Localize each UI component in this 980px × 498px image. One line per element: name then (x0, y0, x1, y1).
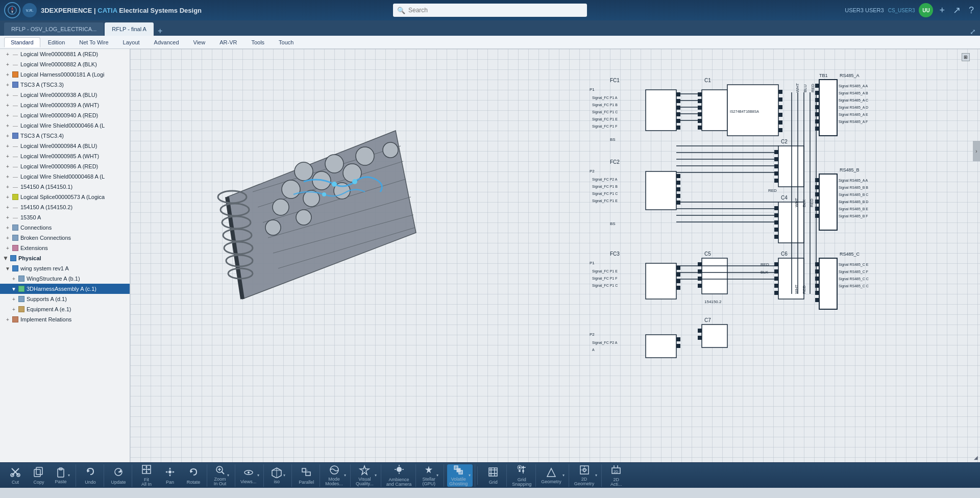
tree-item-physical[interactable]: ▼ Physical (0, 253, 130, 263)
geometry-button[interactable]: Geometry ▾ (539, 464, 567, 487)
svg-rect-153 (774, 269, 778, 273)
corner-indicator[interactable]: ◢ (974, 455, 978, 460)
svg-text:BS: BS (610, 137, 616, 142)
canvas[interactable]: FC1 P1 Signal_FC P1 A Signal_FC P1 B Sig… (130, 49, 980, 462)
parallel-button[interactable]: Parallel (295, 464, 317, 487)
svg-line-225 (222, 471, 224, 474)
update-button[interactable]: Update (107, 464, 130, 487)
views-button[interactable]: Views... ▾ (238, 464, 261, 487)
svg-rect-182 (698, 336, 702, 340)
svg-text:Signal_FC P1 E: Signal_FC P1 E (592, 269, 618, 273)
svg-text:FC3: FC3 (610, 251, 620, 257)
tree-item-broken-connections[interactable]: + Broken Connections (0, 233, 130, 243)
svg-rect-103 (676, 181, 680, 185)
new-tab-button[interactable]: + (155, 27, 165, 36)
svg-text:Signal_FC P1 A: Signal_FC P1 A (592, 96, 618, 100)
tree-item-harness181[interactable]: + Logical Harness00000181 A (Logi (0, 69, 130, 80)
visual-quality-button[interactable]: VisualQuality... ▾ (354, 464, 379, 487)
tree-item-wire984[interactable]: + — Logical Wire00000984 A (BLU) (0, 141, 130, 151)
ambience-button[interactable]: Ambienceand Camera (384, 464, 414, 487)
share-button[interactable]: ↗ (951, 4, 963, 17)
menu-tab-standard[interactable]: Standard (4, 37, 40, 47)
tree-item-15350[interactable]: + — 15350 A (0, 212, 130, 222)
tree-item-wire986[interactable]: + — Logical Wire00000986 A (RED) (0, 161, 130, 171)
svg-marker-1 (11, 7, 13, 10)
svg-rect-61 (778, 120, 782, 124)
fit-all-in-button[interactable]: FitAll In (135, 464, 158, 487)
tree-item-splice573[interactable]: + Logical Splice00000573 A (Logica (0, 192, 130, 202)
menu-tab-tools[interactable]: Tools (244, 37, 271, 47)
volatile-ghosting-label: VolatileGhosting (449, 477, 468, 486)
tree-item-wire938[interactable]: + — Logical Wire00000938 A (BLU) (0, 90, 130, 100)
tab-1[interactable]: RFLP - final A (105, 22, 154, 36)
svg-rect-102 (676, 174, 680, 178)
stellar-button[interactable]: Stellar(GPU) ▾ (419, 464, 442, 487)
undo-button[interactable]: Undo (79, 464, 102, 487)
tree-item-wire881[interactable]: + — Logical Wire00000881 A (RED) (0, 49, 130, 59)
svg-rect-75 (815, 91, 819, 95)
add-button[interactable]: + (937, 4, 947, 17)
tree-item-tsc33[interactable]: + TSC3 A (TSC3.3) (0, 80, 130, 90)
menu-tab-nettowire[interactable]: Net To Wire (72, 37, 115, 47)
tree-item-wire940[interactable]: + — Logical Wire00000940 A (RED) (0, 110, 130, 120)
tree-item-3dharness[interactable]: ▼ 3DHarnessAssembly A (c.1) (0, 284, 130, 294)
expand-button[interactable]: ⤢ (970, 28, 980, 36)
mode-button[interactable]: ModeModes... ▾ (323, 464, 348, 487)
volatile-ghosting-button[interactable]: VolatileGhosting ▾ (447, 464, 473, 487)
rotate-button[interactable]: Rotate (182, 464, 205, 487)
menu-tab-arvr[interactable]: AR-VR (213, 37, 243, 47)
avatar[interactable]: UU (919, 3, 933, 17)
tree-item-equipment[interactable]: + Equipment A (e.1) (0, 304, 130, 314)
copy-button[interactable]: Copy (28, 464, 50, 487)
cut-button[interactable]: Cut (4, 464, 27, 487)
paste-icon (55, 467, 66, 480)
tree-item-tsc34[interactable]: + TSC3 A (TSC3.4) (0, 131, 130, 141)
svg-rect-164 (815, 298, 819, 302)
tree-item-wingstructure[interactable]: + WingStructure A (b.1) (0, 273, 130, 284)
zoom-button[interactable]: ZoomIn Out ▾ (210, 464, 233, 487)
compass-icon[interactable] (4, 2, 20, 18)
grid-snapping-button[interactable]: GridSnapping (510, 464, 533, 487)
menu-tab-touch[interactable]: Touch (272, 37, 300, 47)
svg-rect-246 (457, 468, 460, 472)
zoom-label: ZoomIn Out (214, 477, 227, 486)
toolbar-group-iso: iso ▾ (265, 464, 292, 487)
tree-item-wire939[interactable]: + — Logical Wire00000939 A (WHT) (0, 100, 130, 110)
geometry-label: Geometry (541, 480, 561, 484)
tree-item-shield466[interactable]: + — Logical Wire Shield00000466 A (L (0, 120, 130, 131)
tree-item-extensions[interactable]: + Extensions (0, 243, 130, 253)
help-button[interactable]: ? (967, 4, 976, 17)
toolbar-group-mode: ModeModes... ▾ (321, 464, 351, 487)
svg-point-229 (248, 471, 250, 474)
right-collapse-button[interactable]: › (973, 141, 980, 161)
toolbar-group-ambience: Ambienceand Camera (382, 464, 416, 487)
svg-rect-155 (774, 284, 778, 288)
tree-item-implement-relations[interactable]: + Implement Relations (0, 314, 130, 325)
tree-item-wire985[interactable]: + — Logical Wire00000985 A (WHT) (0, 151, 130, 161)
menu-tab-view[interactable]: View (187, 37, 212, 47)
grid-button[interactable]: Grid (482, 464, 504, 487)
2d-acti-button[interactable]: 2D 2DActi... (605, 464, 627, 487)
pan-button[interactable]: Pan (159, 464, 181, 487)
tree-item-supports[interactable]: + Supports A (d.1) (0, 294, 130, 304)
tree-item-154150-1[interactable]: + — 154150 A (154150.1) (0, 182, 130, 192)
menu-tab-advanced[interactable]: Advanced (148, 37, 186, 47)
tree-item-shield468[interactable]: + — Logical Wire Shield00000468 A (L (0, 171, 130, 182)
svg-text:RED: RED (768, 188, 777, 193)
iso-button[interactable]: iso ▾ (267, 464, 289, 487)
tree-item-154150-2[interactable]: + — 154150 A (154150.2) (0, 202, 130, 212)
svg-text:Signal RS485_C  C: Signal RS485_C C (839, 284, 869, 288)
tab-0[interactable]: RFLP - OSV_LOG_ELECTRICA... (4, 22, 104, 36)
toolbar-separator-1 (477, 466, 478, 485)
search-input[interactable] (408, 7, 583, 14)
paste-button[interactable]: Paste ▾ (51, 464, 74, 487)
2d-geometry-button[interactable]: 2DGeometry ▾ (572, 464, 600, 487)
panel-toggle[interactable]: ⊞ (962, 53, 970, 61)
tree-item-wire882[interactable]: + — Logical Wire00000882 A (BLK) (0, 59, 130, 69)
tree-item-connections[interactable]: + Connections (0, 222, 130, 233)
tree-item-wing-system[interactable]: ▼ wing system rev1 A (0, 263, 130, 273)
svg-point-11 (325, 155, 344, 173)
menu-tab-layout[interactable]: Layout (116, 37, 146, 47)
menu-tab-edition[interactable]: Edition (41, 37, 72, 47)
svg-rect-78 (815, 112, 819, 116)
